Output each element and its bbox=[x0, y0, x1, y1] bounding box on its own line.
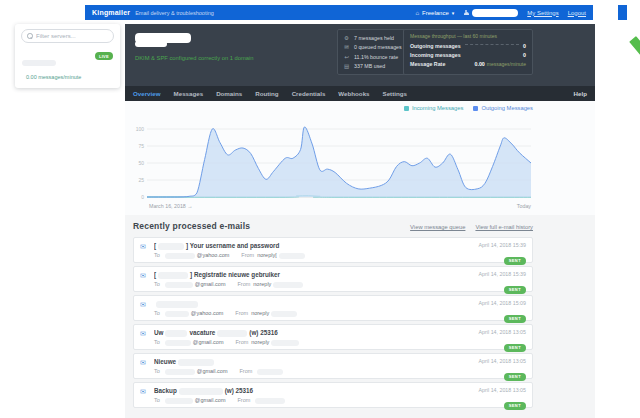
annotation-arrow-icon bbox=[622, 34, 640, 100]
status-badge: SENT bbox=[504, 315, 526, 323]
text-segment: @gmail.com bbox=[197, 368, 228, 374]
stat-label: 337 MB used bbox=[354, 63, 385, 69]
outgoing-swatch-icon bbox=[473, 106, 478, 111]
list-item[interactable]: ✉[] Your username and passwordTo@yahoo.c… bbox=[133, 237, 533, 263]
tab-domains[interactable]: Domains bbox=[216, 90, 242, 97]
text-segment: noreply bbox=[251, 310, 269, 316]
stat-label: 0 queued messages bbox=[354, 44, 402, 50]
throughput-value: 0 bbox=[523, 52, 526, 58]
server-list-item[interactable]: LIVE 0.00 messages/minute bbox=[15, 48, 120, 76]
mail-subject: [] Registratie nieuwe gebruiker bbox=[154, 271, 526, 279]
mail-icon: ✉ bbox=[140, 359, 146, 367]
search-icon bbox=[27, 33, 33, 39]
logout-link[interactable]: Logout bbox=[568, 10, 586, 16]
list-item[interactable]: ✉Uwvacature(w) 25316To@gmail.comFromnore… bbox=[133, 324, 533, 350]
bounce-icon: ↩ bbox=[343, 54, 350, 60]
to-label: To bbox=[154, 281, 160, 287]
svg-text:March 16, 2018 →: March 16, 2018 → bbox=[149, 203, 193, 209]
chart-legend: Incoming Messages Outgoing Messages bbox=[404, 105, 533, 111]
redacted-blob bbox=[165, 253, 195, 259]
redacted-blob bbox=[279, 253, 305, 259]
mail-date: April 14, 2018 13:05 bbox=[479, 387, 526, 393]
legend-outgoing[interactable]: Outgoing Messages bbox=[473, 105, 533, 111]
recent-emails-section: Recently processed e-mails View message … bbox=[125, 215, 595, 418]
from-label: From bbox=[241, 252, 254, 258]
chevron-down-icon: ▾ bbox=[452, 10, 455, 16]
svg-text:100: 100 bbox=[136, 126, 145, 132]
user-menu[interactable] bbox=[463, 9, 518, 17]
svg-text:25: 25 bbox=[138, 177, 144, 183]
mail-date: April 14, 2018 13:05 bbox=[479, 358, 526, 364]
mail-subject: Backup(w) 25316 bbox=[154, 387, 526, 395]
redacted-blob bbox=[158, 272, 188, 279]
list-item[interactable]: ✉[] Registratie nieuwe gebruikerTo@gmail… bbox=[133, 266, 533, 292]
tab-bar: OverviewMessagesDomainsRoutingCredential… bbox=[125, 86, 595, 101]
text-segment: noreply[ bbox=[257, 252, 277, 258]
redacted-blob bbox=[165, 330, 187, 337]
server-filter-input[interactable] bbox=[36, 33, 106, 39]
tab-overview[interactable]: Overview bbox=[133, 90, 161, 97]
tab-credentials[interactable]: Credentials bbox=[292, 90, 326, 97]
view-full-history-link[interactable]: View full e-mail history bbox=[475, 224, 533, 230]
svg-text:50: 50 bbox=[138, 160, 144, 166]
from-label: From bbox=[235, 339, 248, 345]
message-rate-label: Message Rate bbox=[410, 61, 445, 67]
legend-incoming[interactable]: Incoming Messages bbox=[404, 105, 464, 111]
mail-subject: [] Your username and password bbox=[154, 242, 526, 250]
message-rate-unit: messages/minute bbox=[487, 61, 526, 67]
redacted-blob bbox=[178, 359, 214, 366]
my-settings-link[interactable]: My Settings bbox=[527, 10, 558, 16]
mail-icon: ✉ bbox=[140, 272, 146, 280]
page: Kingmailer Email delivery & troubleshoot… bbox=[0, 0, 640, 418]
view-message-queue-link[interactable]: View message queue bbox=[410, 224, 465, 230]
mail-meta: To@gmail.comFromnoreply bbox=[154, 281, 526, 288]
account-label: Freelance bbox=[422, 10, 449, 16]
text-segment: @yahoo.com bbox=[197, 252, 230, 258]
account-switcher[interactable]: ⌂ Freelance ▾ bbox=[415, 10, 454, 16]
mail-main: [] Your username and passwordTo@yahoo.co… bbox=[154, 242, 526, 259]
mail-meta: To@gmail.comFromnoreply bbox=[154, 339, 526, 346]
redacted-blob bbox=[257, 369, 283, 375]
tab-settings[interactable]: Settings bbox=[383, 90, 407, 97]
content: Incoming Messages Outgoing Messages 1007… bbox=[125, 101, 595, 418]
mail-main: NieuweTo@gmail.comFrom bbox=[154, 358, 526, 375]
to-label: To bbox=[154, 310, 160, 316]
mail-main: Uwvacature(w) 25316To@gmail.comFromnorep… bbox=[154, 329, 526, 346]
throughput-row: Incoming messages0 bbox=[410, 50, 526, 59]
legend-incoming-label: Incoming Messages bbox=[412, 105, 464, 111]
tab-messages[interactable]: Messages bbox=[174, 90, 204, 97]
tab-routing[interactable]: Routing bbox=[255, 90, 278, 97]
stat-label: 11.1% bounce rate bbox=[354, 54, 398, 60]
mail-icon: ✉ bbox=[140, 243, 146, 251]
mail-meta: To@yahoo.comFromnoreply[ bbox=[154, 252, 526, 259]
mail-right: April 14, 2018 13:05SENT bbox=[479, 387, 526, 411]
list-item[interactable]: ✉To@yahoo.comFromnoreplyApril 14, 2018 1… bbox=[133, 295, 533, 321]
tab-help[interactable]: Help bbox=[574, 90, 587, 97]
text-segment: Uw bbox=[154, 329, 163, 336]
message-rate-value: 0.00 bbox=[475, 61, 485, 67]
redacted-blob bbox=[165, 282, 193, 288]
mail-date: April 14, 2018 13:05 bbox=[479, 329, 526, 335]
mail-date: April 14, 2018 15:39 bbox=[479, 271, 526, 277]
tab-webhooks[interactable]: Webhooks bbox=[338, 90, 369, 97]
svg-text:75: 75 bbox=[138, 143, 144, 149]
status-badge: SENT bbox=[504, 257, 526, 265]
redacted-blob bbox=[165, 340, 191, 346]
brand-tagline: Email delivery & troubleshooting bbox=[135, 10, 214, 16]
messages-area-chart: 1007550250March 16, 2018 →Today bbox=[133, 114, 533, 211]
mail-subject bbox=[154, 300, 526, 308]
mail-list: ✉[] Your username and passwordTo@yahoo.c… bbox=[133, 237, 533, 408]
throughput-title: Message throughput — last 60 minutes bbox=[410, 33, 526, 39]
top-navbar: Kingmailer Email delivery & troubleshoot… bbox=[85, 5, 593, 20]
from-label: From bbox=[237, 281, 250, 287]
mail-right: April 14, 2018 13:05SENT bbox=[479, 358, 526, 382]
list-item[interactable]: ✉Backup(w) 25316To@gmail.comFromApril 14… bbox=[133, 382, 533, 408]
text-segment: vacature bbox=[189, 329, 215, 336]
mail-right: April 14, 2018 15:39SENT bbox=[479, 271, 526, 295]
list-item[interactable]: ✉NieuweTo@gmail.comFromApril 14, 2018 13… bbox=[133, 353, 533, 379]
brand-logo[interactable]: Kingmailer bbox=[92, 9, 130, 16]
disk-icon: ▤ bbox=[343, 63, 350, 69]
server-filter[interactable] bbox=[21, 29, 114, 43]
text-segment: ] Registratie nieuwe gebruiker bbox=[190, 271, 280, 278]
mail-date: April 14, 2018 15:09 bbox=[479, 300, 526, 306]
